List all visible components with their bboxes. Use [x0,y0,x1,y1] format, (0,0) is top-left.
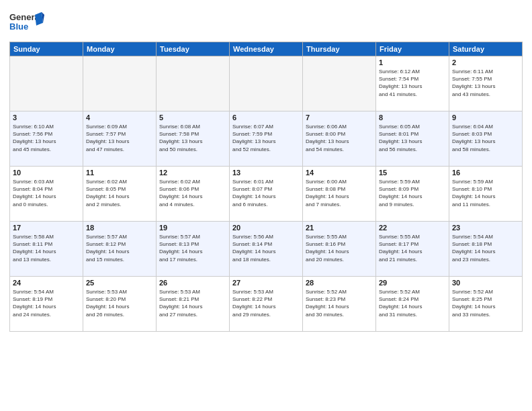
day-number: 7 [306,113,373,122]
day-number: 16 [452,169,519,177]
week-row-4: 17Sunrise: 5:58 AM Sunset: 8:11 PM Dayli… [10,222,523,277]
day-number: 17 [13,224,80,232]
day-cell-5: 5Sunrise: 6:08 AM Sunset: 7:58 PM Daylig… [157,111,230,167]
day-cell-6: 6Sunrise: 6:07 AM Sunset: 7:59 PM Daylig… [230,111,303,167]
day-cell-15: 15Sunrise: 5:59 AM Sunset: 8:09 PM Dayli… [376,167,449,222]
logo: General Blue [9,9,44,38]
day-info: Sunrise: 5:53 AM Sunset: 8:21 PM Dayligh… [159,288,226,318]
day-info: Sunrise: 6:02 AM Sunset: 8:05 PM Dayligh… [86,178,153,208]
day-number: 10 [13,169,80,177]
day-number: 13 [232,169,300,177]
day-cell-8: 8Sunrise: 6:05 AM Sunset: 8:01 PM Daylig… [376,111,449,167]
day-number: 23 [452,224,519,232]
week-row-5: 24Sunrise: 5:54 AM Sunset: 8:19 PM Dayli… [10,277,523,332]
day-number: 21 [306,224,373,232]
empty-cell [83,56,157,111]
day-info: Sunrise: 6:11 AM Sunset: 7:55 PM Dayligh… [452,68,519,98]
day-number: 4 [86,113,153,122]
page: General Blue SundayMondayTuesdayWednesda… [0,0,532,411]
day-number: 15 [379,169,446,177]
week-row-1: 1Sunrise: 6:12 AM Sunset: 7:54 PM Daylig… [10,56,523,111]
day-number: 14 [306,169,373,177]
logo-icon: General Blue [9,9,44,35]
logo-text: General Blue [9,9,44,38]
day-info: Sunrise: 5:56 AM Sunset: 8:14 PM Dayligh… [232,233,300,263]
day-cell-11: 11Sunrise: 6:02 AM Sunset: 8:05 PM Dayli… [83,167,157,222]
calendar-table: SundayMondayTuesdayWednesdayThursdayFrid… [9,42,523,332]
day-number: 12 [159,169,226,177]
empty-cell [157,56,230,111]
day-info: Sunrise: 5:53 AM Sunset: 8:20 PM Dayligh… [86,288,153,318]
day-info: Sunrise: 6:09 AM Sunset: 7:57 PM Dayligh… [86,123,153,153]
day-cell-18: 18Sunrise: 5:57 AM Sunset: 8:12 PM Dayli… [83,222,157,277]
day-info: Sunrise: 6:10 AM Sunset: 7:56 PM Dayligh… [13,123,80,153]
weekday-header-friday: Friday [376,42,449,56]
day-cell-9: 9Sunrise: 6:04 AM Sunset: 8:03 PM Daylig… [449,111,523,167]
day-number: 27 [232,279,300,287]
day-cell-19: 19Sunrise: 5:57 AM Sunset: 8:13 PM Dayli… [157,222,230,277]
day-number: 24 [13,279,80,287]
day-info: Sunrise: 5:55 AM Sunset: 8:17 PM Dayligh… [379,233,446,263]
day-info: Sunrise: 5:52 AM Sunset: 8:23 PM Dayligh… [306,288,373,318]
weekday-header-tuesday: Tuesday [157,42,230,56]
day-cell-1: 1Sunrise: 6:12 AM Sunset: 7:54 PM Daylig… [376,56,449,111]
day-cell-3: 3Sunrise: 6:10 AM Sunset: 7:56 PM Daylig… [10,111,83,167]
day-info: Sunrise: 5:54 AM Sunset: 8:18 PM Dayligh… [452,233,519,263]
header: General Blue [9,7,523,38]
day-cell-24: 24Sunrise: 5:54 AM Sunset: 8:19 PM Dayli… [10,277,83,332]
day-cell-17: 17Sunrise: 5:58 AM Sunset: 8:11 PM Dayli… [10,222,83,277]
day-number: 22 [379,224,446,232]
week-row-3: 10Sunrise: 6:03 AM Sunset: 8:04 PM Dayli… [10,167,523,222]
day-number: 28 [306,279,373,287]
empty-cell [230,56,303,111]
day-info: Sunrise: 5:57 AM Sunset: 8:12 PM Dayligh… [86,233,153,263]
weekday-header-sunday: Sunday [10,42,83,56]
day-number: 11 [86,169,153,177]
day-number: 19 [159,224,226,232]
day-number: 9 [452,113,519,122]
day-cell-20: 20Sunrise: 5:56 AM Sunset: 8:14 PM Dayli… [230,222,303,277]
day-cell-26: 26Sunrise: 5:53 AM Sunset: 8:21 PM Dayli… [157,277,230,332]
day-info: Sunrise: 5:52 AM Sunset: 8:25 PM Dayligh… [452,288,519,318]
day-cell-22: 22Sunrise: 5:55 AM Sunset: 8:17 PM Dayli… [376,222,449,277]
week-row-2: 3Sunrise: 6:10 AM Sunset: 7:56 PM Daylig… [10,111,523,167]
day-info: Sunrise: 5:58 AM Sunset: 8:11 PM Dayligh… [13,233,80,263]
weekday-header-saturday: Saturday [449,42,523,56]
day-info: Sunrise: 6:08 AM Sunset: 7:58 PM Dayligh… [159,123,226,153]
weekday-header-monday: Monday [83,42,157,56]
day-number: 2 [452,58,519,66]
day-info: Sunrise: 6:06 AM Sunset: 8:00 PM Dayligh… [306,123,373,153]
weekday-header-thursday: Thursday [303,42,376,56]
day-info: Sunrise: 6:07 AM Sunset: 7:59 PM Dayligh… [232,123,300,153]
day-number: 6 [232,113,300,122]
day-info: Sunrise: 5:59 AM Sunset: 8:09 PM Dayligh… [379,178,446,208]
day-number: 18 [86,224,153,232]
day-info: Sunrise: 5:55 AM Sunset: 8:16 PM Dayligh… [306,233,373,263]
day-cell-27: 27Sunrise: 5:53 AM Sunset: 8:22 PM Dayli… [230,277,303,332]
day-cell-4: 4Sunrise: 6:09 AM Sunset: 7:57 PM Daylig… [83,111,157,167]
svg-text:Blue: Blue [9,21,28,32]
day-info: Sunrise: 6:03 AM Sunset: 8:04 PM Dayligh… [13,178,80,208]
day-cell-2: 2Sunrise: 6:11 AM Sunset: 7:55 PM Daylig… [449,56,523,111]
empty-cell [10,56,83,111]
day-info: Sunrise: 6:02 AM Sunset: 8:06 PM Dayligh… [159,178,226,208]
day-info: Sunrise: 6:12 AM Sunset: 7:54 PM Dayligh… [379,68,446,98]
day-number: 30 [452,279,519,287]
day-cell-14: 14Sunrise: 6:00 AM Sunset: 8:08 PM Dayli… [303,167,376,222]
day-number: 20 [232,224,300,232]
day-cell-7: 7Sunrise: 6:06 AM Sunset: 8:00 PM Daylig… [303,111,376,167]
day-cell-12: 12Sunrise: 6:02 AM Sunset: 8:06 PM Dayli… [157,167,230,222]
day-number: 25 [86,279,153,287]
day-info: Sunrise: 6:01 AM Sunset: 8:07 PM Dayligh… [232,178,300,208]
day-cell-29: 29Sunrise: 5:52 AM Sunset: 8:24 PM Dayli… [376,277,449,332]
day-info: Sunrise: 6:00 AM Sunset: 8:08 PM Dayligh… [306,178,373,208]
day-cell-10: 10Sunrise: 6:03 AM Sunset: 8:04 PM Dayli… [10,167,83,222]
day-number: 29 [379,279,446,287]
day-number: 3 [13,113,80,122]
day-cell-13: 13Sunrise: 6:01 AM Sunset: 8:07 PM Dayli… [230,167,303,222]
day-cell-23: 23Sunrise: 5:54 AM Sunset: 8:18 PM Dayli… [449,222,523,277]
day-info: Sunrise: 5:52 AM Sunset: 8:24 PM Dayligh… [379,288,446,318]
day-cell-28: 28Sunrise: 5:52 AM Sunset: 8:23 PM Dayli… [303,277,376,332]
weekday-header-row: SundayMondayTuesdayWednesdayThursdayFrid… [10,42,523,56]
day-cell-16: 16Sunrise: 5:59 AM Sunset: 8:10 PM Dayli… [449,167,523,222]
